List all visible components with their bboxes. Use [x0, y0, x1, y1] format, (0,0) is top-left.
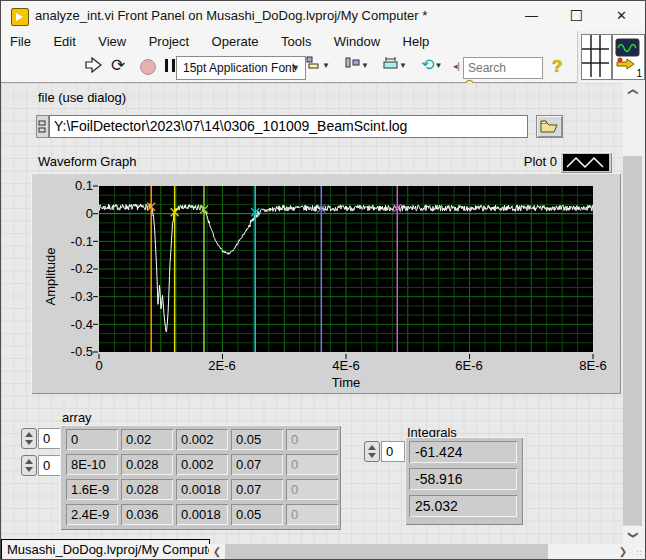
run-continuous-button[interactable]: ⟳: [111, 55, 125, 77]
search-input[interactable]: [464, 59, 524, 76]
integrals-index[interactable]: 0: [381, 441, 405, 462]
array-cell[interactable]: 0.0018: [176, 479, 228, 500]
waveform-graph-label: Waveform Graph: [38, 154, 137, 169]
run-button[interactable]: [85, 56, 102, 78]
menu-bar: File Edit View Project Operate Tools Win…: [1, 31, 577, 54]
array-index-stepper-1[interactable]: [21, 428, 37, 449]
vertical-scroll-thumb[interactable]: [623, 156, 642, 526]
labview-app-icon: [11, 8, 29, 26]
menu-file[interactable]: File: [1, 31, 40, 53]
array-cell[interactable]: 0.028: [121, 479, 173, 500]
y-tick: -0.5: [53, 344, 93, 359]
menu-operate[interactable]: Operate: [203, 31, 268, 53]
y-tick: 0.1: [53, 178, 93, 193]
search-box[interactable]: [463, 57, 543, 79]
project-context-label[interactable]: Musashi_DoDog.lvproj/My Computer: [1, 539, 210, 560]
x-tick: 6E-6: [439, 358, 499, 373]
title-bar[interactable]: analyze_int.vi Front Panel on Musashi_Do…: [1, 1, 645, 31]
menu-project[interactable]: Project: [140, 31, 198, 53]
distribute-objects-dropdown[interactable]: ▼: [345, 56, 369, 78]
x-tick: 8E-6: [563, 358, 623, 373]
scroll-left-icon[interactable]: ❮: [209, 544, 225, 560]
menu-window[interactable]: Window: [325, 31, 389, 53]
array-index-2[interactable]: 0: [38, 455, 62, 476]
plot-area[interactable]: [99, 186, 593, 352]
folder-open-icon: [540, 119, 559, 133]
array-cell[interactable]: 0.05: [231, 429, 283, 450]
array-label: array: [62, 410, 92, 425]
waveform-graph[interactable]: Amplitude Time 0.1 0 -0.1 -0.2 -0.3 -0.4…: [31, 173, 621, 394]
array-index-stepper-2[interactable]: [21, 455, 37, 476]
browse-button[interactable]: [536, 115, 563, 138]
array-cell[interactable]: 0.002: [176, 429, 228, 450]
scroll-right-icon[interactable]: ❯: [615, 544, 631, 560]
resize-grip[interactable]: [632, 544, 646, 560]
menu-tools[interactable]: Tools: [272, 31, 320, 53]
minimize-button[interactable]: —: [509, 1, 554, 31]
pause-button[interactable]: [165, 59, 175, 72]
array-cell[interactable]: 1.6E-9: [66, 479, 118, 500]
array-cell[interactable]: 0: [66, 429, 118, 450]
y-tick: -0.2: [53, 261, 93, 276]
array-cell[interactable]: 0.028: [121, 454, 173, 475]
labview-window: analyze_int.vi Front Panel on Musashi_Do…: [0, 0, 646, 560]
y-tick: -0.3: [53, 289, 93, 304]
plot-legend-label[interactable]: Plot 0: [477, 154, 557, 169]
scroll-up-icon[interactable]: ❮: [626, 83, 640, 102]
menu-view[interactable]: View: [89, 31, 135, 53]
array-cell[interactable]: 0.05: [231, 504, 283, 525]
array-cell[interactable]: 0.0018: [176, 504, 228, 525]
close-button[interactable]: ✕: [599, 1, 644, 31]
font-selector[interactable]: 15pt Application Font ▼: [176, 56, 306, 80]
x-tick: 0: [69, 358, 129, 373]
context-help-button[interactable]: ?: [552, 57, 562, 77]
x-tick: 4E-6: [316, 358, 376, 373]
front-panel: file (use dialog) Y:\FoilDetector\2023\0…: [1, 83, 623, 544]
integral-value: -61.424: [409, 441, 517, 463]
align-objects-dropdown[interactable]: ▼: [306, 56, 330, 78]
array-cell[interactable]: 0.036: [121, 504, 173, 525]
menu-edit[interactable]: Edit: [44, 31, 84, 53]
file-control-label: file (use dialog): [38, 90, 126, 105]
x-tick: 2E-6: [192, 358, 252, 373]
y-tick: 0: [53, 206, 93, 221]
vi-icon[interactable]: 1: [612, 34, 645, 80]
array-index-1[interactable]: 0: [38, 428, 62, 449]
window-title: analyze_int.vi Front Panel on Musashi_Do…: [35, 8, 427, 23]
corner-icon-area: 1: [577, 31, 646, 82]
abort-button[interactable]: [140, 59, 156, 75]
array-cell[interactable]: 2.4E-9: [66, 504, 118, 525]
integrals-index-stepper[interactable]: [364, 441, 380, 462]
array-cell-disabled: 0: [286, 429, 338, 450]
array-cell-disabled: 0: [286, 479, 338, 500]
y-tick: -0.4: [53, 317, 93, 332]
reorder-dropdown[interactable]: ⟲▼: [421, 55, 442, 77]
resize-objects-dropdown[interactable]: ▼: [383, 56, 407, 78]
menu-help[interactable]: Help: [394, 31, 439, 53]
array-cell[interactable]: 0.07: [231, 454, 283, 475]
integral-value: -58.916: [409, 468, 517, 490]
toolbar: ⟳ 15pt Application Font ▼ ▼ ▼ ▼ ⟲▼ ◂| ?: [1, 53, 577, 83]
array-cell[interactable]: 8E-10: [66, 454, 118, 475]
font-selector-value: 15pt Application Font: [183, 61, 295, 75]
run-count-badge: 1: [636, 68, 642, 79]
plot-legend-swatch[interactable]: [560, 152, 612, 173]
chevron-down-icon: ▼: [291, 57, 300, 79]
integral-value: 25.032: [409, 495, 517, 517]
file-path-input[interactable]: Y:\FoilDetector\2023\07\14\0306_101009_B…: [49, 115, 528, 138]
alignment-grid-icon: [581, 34, 612, 80]
maximize-button[interactable]: ☐: [554, 1, 599, 31]
array-cell-disabled: 0: [286, 454, 338, 475]
path-type-icon[interactable]: [36, 115, 49, 138]
horizontal-scroll-thumb[interactable]: [225, 544, 548, 560]
x-axis-label: Time: [306, 375, 386, 390]
y-tick: -0.1: [53, 234, 93, 249]
toolbar-separator-icon: ◂|: [453, 61, 460, 83]
array-cell[interactable]: 0.002: [176, 454, 228, 475]
array-cell-disabled: 0: [286, 504, 338, 525]
scroll-down-icon[interactable]: ❯: [626, 526, 640, 545]
array-cell[interactable]: 0.07: [231, 479, 283, 500]
array-cell[interactable]: 0.02: [121, 429, 173, 450]
